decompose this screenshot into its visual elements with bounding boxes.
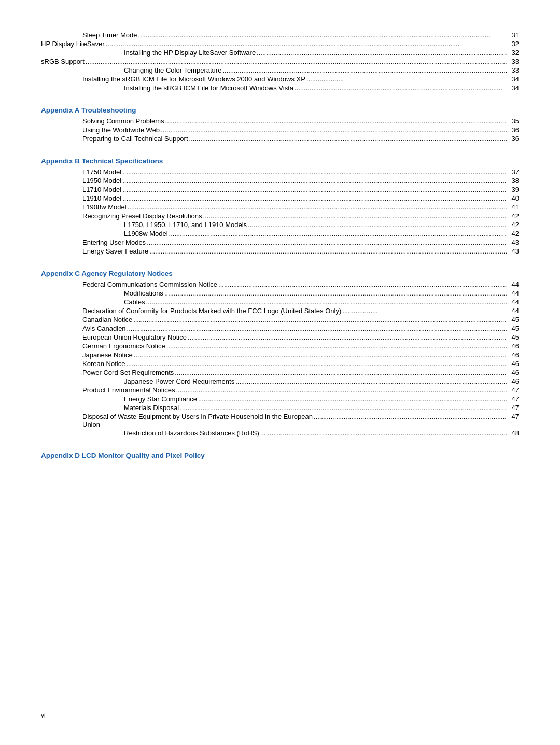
entry-label: Sleep Timer Mode xyxy=(82,31,137,39)
entry-label: German Ergonomics Notice xyxy=(82,342,165,350)
entry-dots: ........................................… xyxy=(180,404,507,412)
entry-page: 46 xyxy=(508,377,519,385)
entry-page: 47 xyxy=(508,404,519,412)
entry-dots: ........................................… xyxy=(126,360,507,368)
toc-entry: L1710 Model ............................… xyxy=(41,186,519,193)
entry-page: 31 xyxy=(508,31,519,39)
entry-page: 32 xyxy=(508,49,519,57)
toc-entry: sRGB Support ...........................… xyxy=(41,58,519,65)
entry-label: Declaration of Conformity for Products M… xyxy=(82,307,341,315)
entry-dots: ........................................… xyxy=(248,221,507,229)
toc-entry: Energy Star Compliance .................… xyxy=(41,395,519,403)
entry-dots: ........................................… xyxy=(146,298,507,306)
entry-dots: ........................................… xyxy=(198,395,507,403)
entry-dots: ........................................… xyxy=(127,325,507,332)
entry-page: 46 xyxy=(508,342,519,350)
entry-page: 42 xyxy=(508,230,519,237)
toc-entry: Preparing to Call Technical Support ....… xyxy=(41,135,519,143)
toc-entry: Recognizing Preset Display Resolutions .… xyxy=(41,212,519,220)
entry-page: 35 xyxy=(508,117,519,125)
entry-page: 45 xyxy=(508,325,519,332)
toc-entry: Cables .................................… xyxy=(41,298,519,306)
entry-dots: ........................................… xyxy=(169,230,507,237)
entry-label: L1910 Model xyxy=(82,194,121,202)
toc-entry: L1750, L1950, L1710, and L1910 Models ..… xyxy=(41,221,519,229)
entry-label: L1750, L1950, L1710, and L1910 Models xyxy=(124,221,247,229)
entry-dots: ........................................… xyxy=(165,117,507,125)
entry-dots: ........................................… xyxy=(176,386,507,394)
toc-entry: Entering User Modes ....................… xyxy=(41,238,519,246)
toc-entry: Installing the HP Display LiteSaver Soft… xyxy=(41,49,519,57)
entry-dots: ........................................… xyxy=(161,126,507,134)
entry-dots: ........................................… xyxy=(175,369,507,376)
entry-label: Installing the sRGB ICM File for Microso… xyxy=(82,75,305,83)
entry-dots: ........................................… xyxy=(257,49,507,57)
appendix-a-heading[interactable]: Appendix A Troubleshooting xyxy=(41,106,519,114)
entry-label: L1908w Model xyxy=(82,203,127,211)
entry-page: 33 xyxy=(508,58,519,65)
entry-label: Recognizing Preset Display Resolutions xyxy=(82,212,202,220)
toc-entry: Energy Saver Feature ...................… xyxy=(41,247,519,255)
toc-entry: Canadian Notice ........................… xyxy=(41,316,519,324)
appendix-c-heading[interactable]: Appendix C Agency Regulatory Notices xyxy=(41,270,519,277)
toc-entry: Sleep Timer Mode .......................… xyxy=(41,31,519,39)
entry-dots: ........................................… xyxy=(203,212,507,220)
entry-page: 32 xyxy=(508,40,519,48)
entry-page: 47 xyxy=(508,413,519,420)
entry-page: 46 xyxy=(508,369,519,376)
entry-page: 46 xyxy=(508,351,519,359)
entry-page: 45 xyxy=(508,316,519,324)
appendix-b-heading[interactable]: Appendix B Technical Specifications xyxy=(41,157,519,165)
entry-label: Disposal of Waste Equipment by Users in … xyxy=(82,413,313,428)
entry-page: 48 xyxy=(508,429,519,437)
entry-page: 34 xyxy=(508,84,519,92)
toc-entry: Power Cord Set Requirements ............… xyxy=(41,369,519,376)
entry-dots: ........................................… xyxy=(134,351,507,359)
entry-label: Materials Disposal xyxy=(124,404,179,412)
page-number: vi xyxy=(41,712,46,719)
toc-entry: L1908w Model ...........................… xyxy=(41,203,519,211)
toc-entry: Avis Canadien ..........................… xyxy=(41,325,519,332)
entry-dots: ........................................… xyxy=(122,194,507,202)
entry-dots: ........................................… xyxy=(122,186,507,193)
toc-entry: Modifications ..........................… xyxy=(41,289,519,297)
entry-label: sRGB Support xyxy=(41,58,85,65)
entry-label: Entering User Modes xyxy=(82,238,146,246)
entry-dots: ........................................… xyxy=(295,84,507,92)
toc-entry: Declaration of Conformity for Products M… xyxy=(41,307,519,315)
entry-dots: ........................................… xyxy=(149,247,507,255)
entry-page: 36 xyxy=(508,126,519,134)
toc-entry: Restriction of Hazardous Substances (RoH… xyxy=(41,429,519,437)
toc-section-appendix-d: Appendix D LCD Monitor Quality and Pixel… xyxy=(41,452,519,459)
entry-label: Energy Saver Feature xyxy=(82,247,148,255)
entry-label: Canadian Notice xyxy=(82,316,132,324)
entry-label: Installing the HP Display LiteSaver Soft… xyxy=(124,49,256,57)
entry-page: 43 xyxy=(508,247,519,255)
toc-entry: Japanese Notice ........................… xyxy=(41,351,519,359)
entry-page: 41 xyxy=(508,203,519,211)
page-footer: vi xyxy=(41,712,46,719)
entry-label: Product Environmental Notices xyxy=(82,386,175,394)
entry-dots: ........................................… xyxy=(106,40,507,48)
entry-page: 37 xyxy=(508,168,519,176)
entry-label: Power Cord Set Requirements xyxy=(82,369,174,376)
entry-label: L1908w Model xyxy=(124,230,168,237)
appendix-d-heading[interactable]: Appendix D LCD Monitor Quality and Pixel… xyxy=(41,452,519,459)
entry-dots: ................... xyxy=(342,307,507,315)
toc-entry: Japanese Power Cord Requirements .......… xyxy=(41,377,519,385)
toc-entry: Product Environmental Notices ..........… xyxy=(41,386,519,394)
entry-page: 33 xyxy=(508,66,519,74)
entry-page: 36 xyxy=(508,135,519,143)
entry-page: 44 xyxy=(508,307,519,315)
entry-page: 42 xyxy=(508,212,519,220)
entry-page: 47 xyxy=(508,395,519,403)
entry-dots: ........................................… xyxy=(218,280,507,288)
entry-dots: ........................................… xyxy=(147,238,507,246)
toc-entry: Installing the sRGB ICM File for Microso… xyxy=(41,75,519,83)
entry-page: 44 xyxy=(508,289,519,297)
toc-entry: German Ergonomics Notice ...............… xyxy=(41,342,519,350)
toc-section-appendix-b: Appendix B Technical Specifications L175… xyxy=(41,157,519,255)
toc-entry: European Union Regulatory Notice .......… xyxy=(41,333,519,341)
entry-label: Using the Worldwide Web xyxy=(82,126,160,134)
entry-page: 46 xyxy=(508,360,519,368)
